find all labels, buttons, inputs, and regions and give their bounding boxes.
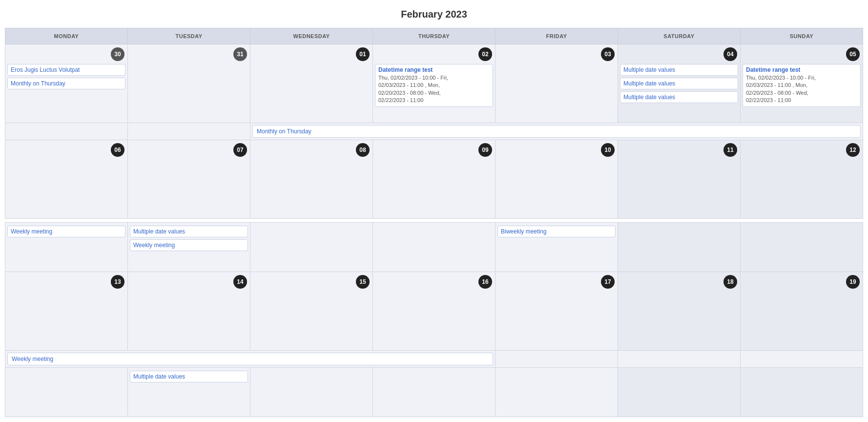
- separator-cell-1: [5, 219, 863, 223]
- header-row: MONDAY TUESDAY WEDNESDAY THURSDAY FRIDAY…: [5, 28, 863, 44]
- day-number-17: 17: [601, 275, 615, 289]
- day-feb14-ev: Multiple date values: [128, 368, 250, 417]
- day-feb15: 15: [250, 272, 373, 351]
- page-title: February 2023: [0, 0, 868, 28]
- week4-weekly-meeting-span: Weekly meeting: [5, 351, 863, 368]
- day-feb17: 17: [496, 272, 618, 351]
- event-multiple-date-2[interactable]: Multiple date values: [620, 78, 738, 89]
- day-number-09: 09: [478, 143, 492, 157]
- day-number-11: 11: [723, 143, 737, 157]
- day-number-06: 06: [111, 143, 124, 157]
- day-number-12: 12: [846, 143, 860, 157]
- span-monthly-thursday: Monthly on Thursday: [250, 123, 863, 140]
- day-feb09: 09: [373, 140, 496, 219]
- day-number-02: 02: [478, 47, 492, 61]
- span-empty-w4-3: [741, 351, 863, 368]
- event-multiple-date-1[interactable]: Multiple date values: [620, 64, 738, 76]
- day-feb17-ev: [496, 368, 618, 417]
- day-feb12: 12: [741, 140, 863, 219]
- day-feb10: 10: [496, 140, 618, 219]
- week2-row: 06 07 08: [5, 140, 863, 219]
- event-multiple-date-w4[interactable]: Multiple date values: [130, 371, 248, 382]
- week3-events: Weekly meeting Multiple date values Week…: [5, 223, 863, 272]
- day-number-07: 07: [233, 143, 247, 157]
- day-feb14: 14: [128, 272, 250, 351]
- week1-spanning: Monthly on Thursday: [5, 123, 863, 140]
- day-feb01: 01: [250, 44, 373, 123]
- header-sunday: SUNDAY: [741, 28, 863, 44]
- event-weekly-meeting-tue[interactable]: Weekly meeting: [130, 239, 248, 251]
- day-feb11: 11: [618, 140, 741, 219]
- day-feb08-ev: [250, 223, 373, 272]
- day-feb07: 07: [128, 140, 250, 219]
- day-feb06-ev: Weekly meeting: [5, 223, 128, 272]
- day-feb18: 18: [618, 272, 741, 351]
- week4-numbers: 13 14 15 16: [5, 272, 863, 351]
- header-monday: MONDAY: [5, 28, 128, 44]
- event-monthly-thursday-span[interactable]: Monthly on Thursday: [252, 125, 861, 138]
- day-number-01: 01: [356, 47, 370, 61]
- day-feb16: 16: [373, 272, 496, 351]
- event-datetime-range-thu[interactable]: Datetime range test Thu, 02/02/2023 - 10…: [375, 64, 493, 107]
- day-feb06: 06: [5, 140, 128, 219]
- day-feb13: 13: [5, 272, 128, 351]
- day-feb02: 02 Datetime range test Thu, 02/02/2023 -…: [373, 44, 496, 123]
- span-empty-1: [5, 123, 128, 140]
- event-eros-jugis[interactable]: Eros Jugis Luctus Volutpat: [7, 64, 125, 76]
- week1-numbers: 30 Eros Jugis Luctus Volutpat Monthly on…: [5, 44, 863, 123]
- event-biweekly-meeting[interactable]: Biweekly meeting: [497, 226, 616, 237]
- event-monthly-thursday-jan30[interactable]: Monthly on Thursday: [7, 78, 125, 89]
- day-feb08: 08: [250, 140, 373, 219]
- event-weekly-meeting-span[interactable]: Weekly meeting: [7, 353, 493, 365]
- day-number-10: 10: [601, 143, 615, 157]
- span-empty-w4-2: [618, 351, 741, 368]
- header-friday: FRIDAY: [496, 28, 618, 44]
- calendar-container: MONDAY TUESDAY WEDNESDAY THURSDAY FRIDAY…: [0, 28, 868, 417]
- event-multiple-date-tue[interactable]: Multiple date values: [130, 226, 248, 237]
- day-feb05: 05 Datetime range test Thu, 02/02/2023 -…: [741, 44, 863, 123]
- day-number-18: 18: [723, 275, 737, 289]
- day-feb18-ev: [618, 368, 741, 417]
- day-feb19-ev: [741, 368, 863, 417]
- calendar-table: MONDAY TUESDAY WEDNESDAY THURSDAY FRIDAY…: [5, 28, 863, 417]
- day-feb11-ev: [618, 223, 741, 272]
- event-multiple-date-3[interactable]: Multiple date values: [620, 91, 738, 103]
- day-number-04: 04: [723, 47, 737, 61]
- day-feb09-ev: [373, 223, 496, 272]
- header-tuesday: TUESDAY: [128, 28, 250, 44]
- day-feb13-ev: [5, 368, 128, 417]
- event-datetime-range-sun[interactable]: Datetime range test Thu, 02/02/2023 - 10…: [743, 64, 861, 107]
- header-wednesday: WEDNESDAY: [250, 28, 373, 44]
- header-thursday: THURSDAY: [373, 28, 496, 44]
- day-feb15-ev: [250, 368, 373, 417]
- span-empty-w4-1: [496, 351, 618, 368]
- header-saturday: SATURDAY: [618, 28, 741, 44]
- day-feb07-ev: Multiple date values Weekly meeting: [128, 223, 250, 272]
- day-feb12-ev: [741, 223, 863, 272]
- event-weekly-meeting-mon[interactable]: Weekly meeting: [7, 226, 125, 237]
- span-weekly-meeting: Weekly meeting: [5, 351, 496, 368]
- day-number-30: 30: [111, 47, 124, 61]
- day-number-03: 03: [601, 47, 615, 61]
- week4-events: Multiple date values: [5, 368, 863, 417]
- day-number-05: 05: [846, 47, 860, 61]
- day-feb10-ev: Biweekly meeting: [496, 223, 618, 272]
- span-empty-2: [128, 123, 250, 140]
- day-number-19: 19: [846, 275, 860, 289]
- day-feb19: 19: [741, 272, 863, 351]
- day-feb03: 03: [496, 44, 618, 123]
- day-number-16: 16: [478, 275, 492, 289]
- day-number-31: 31: [233, 47, 247, 61]
- day-number-13: 13: [111, 275, 124, 289]
- day-number-15: 15: [356, 275, 370, 289]
- day-number-08: 08: [356, 143, 370, 157]
- day-feb04: 04 Multiple date values Multiple date va…: [618, 44, 741, 123]
- separator-1: [5, 219, 863, 223]
- day-number-14: 14: [233, 275, 247, 289]
- day-jan31: 31: [128, 44, 250, 123]
- day-jan30: 30 Eros Jugis Luctus Volutpat Monthly on…: [5, 44, 128, 123]
- day-feb16-ev: [373, 368, 496, 417]
